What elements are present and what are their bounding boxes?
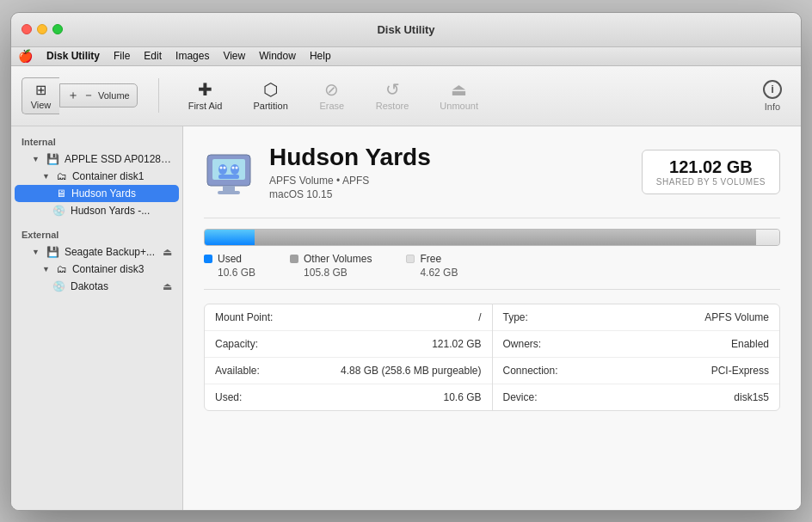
- used-key: Used:: [215, 391, 242, 403]
- info-table: Mount Point: / Capacity: 121.02 GB Avail…: [204, 304, 780, 411]
- used-val: 10.6 GB: [443, 391, 481, 403]
- svg-point-7: [232, 166, 235, 169]
- plus-icon: ＋: [67, 88, 79, 103]
- menu-images[interactable]: Images: [175, 50, 209, 62]
- minimize-button[interactable]: [37, 24, 47, 34]
- hudson-yards-2-label: Hudson Yards -...: [71, 205, 150, 217]
- disk-icon-ssd: 💾: [46, 153, 59, 165]
- owners-val: Enabled: [731, 338, 769, 350]
- available-val: 4.88 GB (258.6 MB purgeable): [341, 365, 481, 377]
- sidebar-item-apple-ssd[interactable]: ▼ 💾 APPLE SSD AP0128M...: [11, 150, 182, 168]
- seagate-label: Seagate Backup+...: [65, 246, 155, 258]
- other-value: 105.8 GB: [290, 267, 372, 279]
- sidebar-item-dakotas[interactable]: 💿 Dakotas ⏏: [11, 278, 182, 295]
- apple-menu[interactable]: 🍎: [18, 49, 33, 63]
- eject-seagate[interactable]: ⏏: [163, 246, 172, 258]
- menu-help[interactable]: Help: [310, 50, 331, 62]
- expand-icon-seagate: ▼: [32, 248, 40, 256]
- info-row-type: Type: APFS Volume: [493, 304, 780, 331]
- close-button[interactable]: [22, 24, 32, 34]
- usage-bar: [204, 229, 780, 246]
- free-label: Free: [420, 253, 441, 265]
- info-col-left: Mount Point: / Capacity: 121.02 GB Avail…: [205, 304, 493, 410]
- app-name: Disk Utility: [46, 50, 100, 62]
- capacity-val: 121.02 GB: [432, 338, 481, 350]
- disk-icon-hy2: 💿: [52, 205, 65, 217]
- sidebar-item-seagate[interactable]: ▼ 💾 Seagate Backup+... ⏏: [11, 243, 182, 261]
- view-button[interactable]: ⊞ View: [22, 77, 59, 114]
- connection-key: Connection:: [503, 365, 558, 377]
- sidebar-item-container3[interactable]: ▼ 🗂 Container disk3: [11, 261, 182, 278]
- main-window: Disk Utility 🍎 Disk Utility File Edit Im…: [10, 12, 802, 511]
- detail-panel: Hudson Yards APFS Volume • APFS macOS 10…: [183, 126, 801, 510]
- type-val: APFS Volume: [704, 311, 769, 323]
- expand-icon-cont3: ▼: [42, 265, 50, 273]
- volume-icon: [204, 148, 252, 196]
- legend-other-row: Other Volumes: [290, 253, 372, 265]
- usage-legend: Used 10.6 GB Other Volumes 105.8 GB: [204, 253, 780, 279]
- volume-button[interactable]: ＋ － Volume: [59, 83, 138, 107]
- eject-dakotas[interactable]: ⏏: [163, 280, 172, 292]
- mount-val: /: [478, 311, 481, 323]
- dakotas-label: Dakotas: [71, 280, 108, 292]
- svg-point-6: [224, 166, 226, 169]
- divider-2: [204, 289, 780, 290]
- hudson-yards-label: Hudson Yards: [71, 187, 136, 200]
- partition-button[interactable]: ⬡ Partition: [244, 77, 296, 114]
- menu-file[interactable]: File: [114, 50, 130, 62]
- volume-shared: SHARED BY 5 VOLUMES: [656, 177, 766, 187]
- menu-window[interactable]: Window: [259, 50, 296, 62]
- svg-rect-9: [223, 186, 235, 192]
- unmount-icon: ⏏: [451, 81, 467, 98]
- volume-os: macOS 10.15: [269, 188, 624, 200]
- unmount-button[interactable]: ⏏ Unmount: [431, 77, 487, 114]
- volume-svg-icon: [204, 148, 259, 203]
- svg-rect-4: [218, 175, 239, 179]
- usage-bar-container: Used 10.6 GB Other Volumes 105.8 GB: [204, 229, 780, 279]
- menu-view[interactable]: View: [223, 50, 245, 62]
- other-dot: [290, 255, 298, 263]
- svg-point-3: [231, 164, 239, 175]
- sidebar-item-hudson-yards[interactable]: 🖥 Hudson Yards: [15, 185, 179, 202]
- maximize-button[interactable]: [52, 24, 63, 34]
- expand-icon-ssd: ▼: [32, 155, 40, 163]
- info-col-right: Type: APFS Volume Owners: Enabled Connec…: [493, 304, 780, 410]
- view-label: View: [31, 100, 52, 110]
- svg-point-5: [220, 166, 223, 169]
- disk-icon-hy: 🖥: [56, 187, 66, 200]
- disk-icon-dakotas: 💿: [52, 280, 65, 292]
- view-volume-group: ⊞ View ＋ － Volume: [22, 77, 138, 114]
- internal-label: Internal: [11, 133, 182, 150]
- sidebar-item-hudson-yards-2[interactable]: 💿 Hudson Yards -...: [11, 202, 182, 219]
- available-key: Available:: [215, 365, 260, 377]
- ssd-label: APPLE SSD AP0128M...: [65, 153, 172, 165]
- erase-label: Erase: [319, 101, 344, 111]
- container3-label: Container disk3: [72, 263, 144, 275]
- capacity-key: Capacity:: [215, 338, 258, 350]
- restore-button[interactable]: ↺ Restore: [367, 77, 418, 114]
- minus-icon: －: [83, 88, 95, 103]
- sidebar-item-container1[interactable]: ▼ 🗂 Container disk1: [11, 168, 182, 185]
- legend-used: Used 10.6 GB: [204, 253, 255, 279]
- sidebar: Internal ▼ 💾 APPLE SSD AP0128M... ▼ 🗂 Co…: [11, 126, 183, 510]
- restore-label: Restore: [376, 101, 409, 111]
- info-button[interactable]: i Info: [754, 77, 790, 115]
- connection-val: PCI-Express: [711, 365, 769, 377]
- legend-free-row: Free: [406, 253, 458, 265]
- erase-button[interactable]: ⊘ Erase: [311, 77, 354, 114]
- restore-icon: ↺: [385, 81, 400, 98]
- volume-size: 121.02 GB: [656, 157, 766, 177]
- menu-edit[interactable]: Edit: [144, 50, 162, 62]
- volume-header: Hudson Yards APFS Volume • APFS macOS 10…: [204, 144, 780, 200]
- svg-rect-10: [218, 191, 240, 194]
- volume-subtitle: APFS Volume • APFS: [269, 175, 624, 187]
- partition-icon: ⬡: [263, 81, 278, 98]
- usage-bar-other: [255, 230, 756, 245]
- disk-icon-seagate: 💾: [46, 246, 59, 258]
- other-label: Other Volumes: [304, 253, 372, 265]
- titlebar: Disk Utility: [11, 13, 801, 47]
- traffic-lights: [22, 24, 63, 34]
- first-aid-button[interactable]: ✚ First Aid: [180, 77, 231, 114]
- used-label: Used: [218, 253, 242, 265]
- partition-label: Partition: [253, 101, 287, 111]
